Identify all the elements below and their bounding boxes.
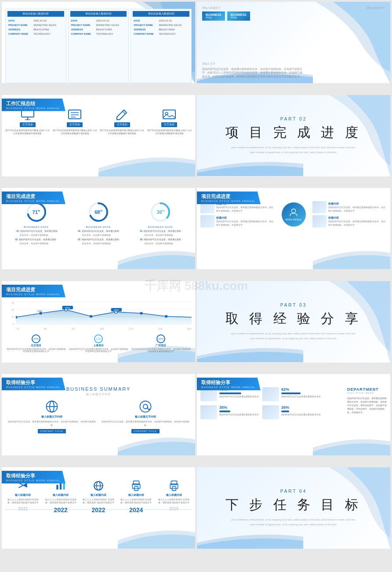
svg-text:38%: 38% bbox=[114, 309, 119, 312]
image-icon bbox=[162, 108, 176, 121]
body-text: 您的内容可以打在这里，或者通过复制您的文本，在此框中选择粘贴，并选择只保留文字。… bbox=[202, 67, 303, 79]
slide-title-progress2: 项目完成进度 BUSINESS STYLE WORK ANNUAL bbox=[197, 191, 261, 204]
svg-point-24 bbox=[90, 315, 93, 318]
part03-title: 取 得 经 验 分 享 bbox=[225, 310, 362, 328]
slide-part02: PART 02 项 目 完 成 进 度 your content is ente… bbox=[197, 95, 390, 176]
globe-icon bbox=[45, 400, 58, 413]
exp-btn-1[interactable]: CONTENT TITLE bbox=[38, 429, 66, 433]
work-text-3: 用户可以在这里填写相关统计数据上的行 小分公司发展决策数据行项目报告 bbox=[100, 129, 145, 136]
work-item-2: 文字添加 用户可以在这里填写相关统计数据上的行 小分公司发展决策数据行项目报告 bbox=[53, 108, 98, 136]
proj-item-2: 标题内容 您的内容可以打在这里，请求通过复制标题的文本本，在此框中选择粘贴，并选… bbox=[200, 215, 275, 227]
svg-rect-44 bbox=[133, 481, 139, 485]
part02-label: PART 02 bbox=[280, 117, 307, 121]
slide-title-exp2: 取得经验分享 BUSINESS STYLE WORK ANNUAL bbox=[197, 378, 261, 390]
slide-exp-summary: 取得经验分享 BUSINESS STYLE WORK ANNUAL BUSINE… bbox=[2, 374, 195, 455]
list-icon bbox=[68, 108, 82, 121]
svg-point-27 bbox=[165, 315, 168, 318]
prog-label-2: BUSINESS DATE bbox=[86, 226, 111, 228]
work-item-1: 文字添加 用户可以在这里填写相关统计数据上的行 小分公司发展决策数据行项目报告 bbox=[5, 108, 50, 136]
biz-summary-sub: 输入标题文字内容 bbox=[7, 392, 190, 396]
slide-exp-dept: 取得经验分享 BUSINESS STYLE WORK ANNUAL 70% 您的… bbox=[197, 374, 390, 455]
dept-row-3: 35% 您的内容可以打在这里通过复制的文本本 bbox=[200, 405, 259, 419]
timeline-item-1: 输入标题内容 输入人人上述操作把您的 合适承接，继承选择 我此框中选择文字 20… bbox=[5, 480, 41, 511]
work-item-4: 文字添加 用户可以在这里填写相关统计数据上的行 小分公司发展决策数据行项目报告 bbox=[147, 108, 192, 136]
part03-desc: your content is entered here, or by copy… bbox=[231, 331, 356, 341]
svg-point-26 bbox=[140, 312, 143, 315]
proj-item-4: 标题内容 您的内容可以打在这里，请求通过复制标题的文本本，在此框中选择粘贴，并选… bbox=[312, 215, 387, 227]
work-btn-3[interactable]: 文字承担 bbox=[114, 122, 130, 127]
pct-3: 36% bbox=[157, 209, 165, 215]
dept-row-2: 62% 您的内容可以打在这里通过复制的文本本 bbox=[262, 387, 321, 401]
print2-icon bbox=[167, 480, 181, 492]
dept-row-4: 26% 您的内容可以打在这里通过复制的文本本 bbox=[262, 405, 321, 419]
work-item-3: 文字承担 用户可以在这里填写相关统计数据上的行 小分公司发展决策数据行项目报告 bbox=[100, 108, 145, 136]
slide-title-exp1: 取得经验分享 BUSINESS STYLE WORK ANNUAL bbox=[2, 378, 65, 390]
work-btn-1[interactable]: 文字添加 bbox=[20, 122, 36, 127]
slide-line-chart: 项目完成进度 BUSINESS STYLE WORK ANNUAL 403020… bbox=[2, 281, 195, 363]
svg-rect-3 bbox=[69, 110, 81, 119]
work-btn-4[interactable]: 文字添加 bbox=[161, 122, 177, 127]
svg-point-16 bbox=[291, 209, 295, 213]
slide-business-title: 请输入标题文字 BUSINESS TITLE BUSINESS TITLE 请输… bbox=[197, 2, 390, 83]
svg-point-37 bbox=[143, 404, 148, 409]
slide-title-exp3: 取得经验分享 BUSINESS STYLE WORK ANNUAL bbox=[2, 471, 65, 484]
work-text-4: 用户可以在这里填写相关统计数据上的行 小分公司发展决策数据行项目报告 bbox=[147, 129, 192, 136]
slide-data-cards: 请在此处输入数据内容 DATA2025.XX.XX PROJECT NAMEMA… bbox=[2, 2, 195, 83]
pencil-icon bbox=[115, 108, 129, 121]
svg-rect-39 bbox=[60, 483, 62, 489]
exp-btn-2[interactable]: CONTENT TITLE bbox=[131, 429, 160, 433]
part04-title: 下 步 任 务 目 标 bbox=[225, 496, 362, 514]
prog-label-3: BUSINESS DATE bbox=[148, 226, 173, 228]
slide-progress-circles: 项目完成进度 BUSINESS STYLE WORK ANNUAL 71% BU… bbox=[2, 188, 195, 269]
beijing-pct: 22% bbox=[32, 334, 40, 343]
timeline-item-3: 输入标题内容 输入人人上述操作把您的 合适承接，继承选择 我此框中选择文字 20… bbox=[81, 480, 116, 513]
slide-part04: PART 04 下 步 任 务 目 标 your content is ente… bbox=[197, 467, 390, 549]
part02-title: 项 目 完 成 进 度 bbox=[225, 124, 362, 142]
progress-item-3: 36% BUSINESS DATE 01. 您的内容可以打在这里，请求通过复制 … bbox=[131, 201, 191, 245]
work-btn-2[interactable]: 文字添加 bbox=[67, 122, 83, 127]
card-header-1: 请在此处输入数据内容 bbox=[7, 11, 64, 17]
dept-sub: 2024 TITLE MENU bbox=[347, 392, 387, 394]
pct-2: 68% bbox=[94, 209, 102, 215]
dept-desc: 您的内容可以打在这里，请求通过复制标题的文本本，在此框中选择粘贴。在此框中打在这… bbox=[347, 396, 387, 414]
svg-rect-8 bbox=[163, 110, 175, 119]
svg-rect-47 bbox=[171, 481, 177, 485]
slide-title-progress1: 项目完成进度 BUSINESS STYLE WORK ANNUAL bbox=[2, 191, 65, 204]
work-text-2: 用户可以在这里填写相关统计数据上的行 小分公司发展决策数据行项目报告 bbox=[53, 129, 98, 136]
work-text-1: 用户可以在这里填写相关统计数据上的行 小分公司发展决策数据行项目报告 bbox=[5, 129, 50, 136]
proj-item-3: 标题内容 您的内容可以打在这里，请求通过复制标题的文本本，在此框中选择粘贴，并选… bbox=[312, 201, 387, 213]
input-label-2: 请输入标题文字 bbox=[367, 6, 385, 10]
slide-progress-items: 项目完成进度 BUSINESS STYLE WORK ANNUAL 标题内容 您… bbox=[197, 188, 390, 269]
work-annual-circle: WORK ANNUAL bbox=[282, 202, 306, 227]
data-card-1: 请在此处输入数据内容 DATA2025.XX.XX PROJECT NAMEMA… bbox=[5, 9, 66, 83]
data-card-2: 请在此处输入数据内容 DATA2025.XX.XX PROJECT NAMEMA… bbox=[68, 9, 129, 83]
svg-text:25%: 25% bbox=[65, 307, 70, 309]
timeline-item-2: 输入标题内容 输入人人上述操作把您的 合适承接，继承选择 我此框中选择文字 20… bbox=[43, 480, 79, 513]
pct-1: 71% bbox=[33, 209, 40, 215]
progress-item-2: 68% BUSINESS DATE 01. 您的内容可以打在这里，请求通过复制 … bbox=[68, 201, 128, 245]
slide-exp-timeline: 取得经验分享 BUSINESS STYLE WORK ANNUAL 输入标题内容… bbox=[2, 467, 195, 549]
exp-col-1: 输入标题文字内容 您的内容可以打在这里，请求通过复制标题的文本本，在此框中选择粘… bbox=[7, 400, 96, 433]
slide-title-chart: 项目完成进度 BUSINESS STYLE WORK ANNUAL bbox=[2, 285, 65, 297]
input-text: 请输入文字 bbox=[202, 62, 385, 66]
biz-title-1: BUSINESS TITLE bbox=[202, 11, 225, 21]
svg-line-7 bbox=[123, 111, 125, 114]
timeline-item-5: 输入标题内容 输入人人上述操作把您的 合适承接，继承选择 我此框中选择文字 20… bbox=[156, 480, 192, 511]
slide-title-work: 工作汇报总结 BUSINESS STYLE WORK ANNUAL bbox=[2, 99, 65, 111]
svg-text:19%: 19% bbox=[37, 310, 42, 312]
progress-item-1: 71% BUSINESS DATE 01. 您的内容可以打在这里，请求通过复制 … bbox=[6, 201, 66, 245]
part04-desc: your content is entered here, or by copy… bbox=[231, 517, 356, 527]
dept-title: DEPARTMENT bbox=[347, 387, 387, 392]
prog-label-1: BUSINESS DATE bbox=[24, 226, 49, 228]
part04-label: PART 04 bbox=[280, 489, 307, 494]
legend-guangzhou: 31% 广州项目 您的内容可以打在这里通过复制的文本本，在此框中选择粘贴并选择符… bbox=[131, 334, 191, 352]
card-header-2: 请在此处输入数据内容 bbox=[70, 11, 127, 17]
svg-point-36 bbox=[140, 401, 151, 412]
globe2-icon bbox=[92, 480, 105, 492]
at-icon bbox=[139, 400, 152, 413]
data-card-3: 请在此处输入数据内容 DATA2025.XX.XX PROJECT NAMEMA… bbox=[131, 9, 192, 83]
exp-col-2: 输入标题文字内容 您的内容可以打在这里，请求通过复制标题的文本本，在此框中选择粘… bbox=[101, 400, 190, 433]
svg-rect-38 bbox=[56, 485, 58, 490]
guangzhou-pct: 31% bbox=[156, 334, 165, 343]
part02-desc: your content is entered here, or by copy… bbox=[231, 145, 356, 155]
